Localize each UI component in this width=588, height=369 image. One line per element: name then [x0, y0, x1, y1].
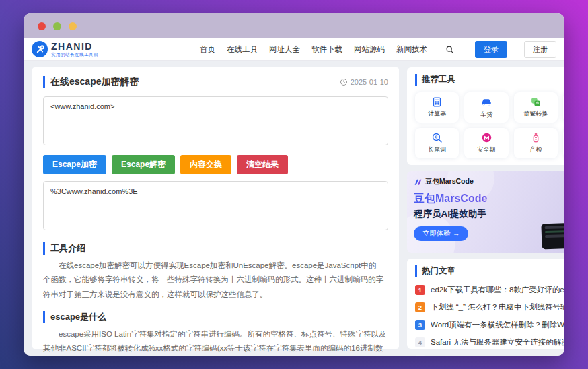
- article-item[interactable]: 1 ed2k下载工具有哪些：8款广受好评的ed2k下载...: [415, 281, 564, 298]
- window-titlebar: [24, 13, 564, 38]
- escape-input-textarea[interactable]: <www.zhanid.com>: [43, 96, 388, 145]
- rank-badge: 4: [415, 337, 425, 347]
- window-maximize-dot[interactable]: [69, 22, 77, 30]
- nav-links: 首页 在线工具 网址大全 软件下载 网站源码 新闻技术 登录 注册: [200, 41, 556, 58]
- tool-item-pseudo-original[interactable]: 伪原创: [563, 92, 564, 123]
- safe-period-icon: [481, 132, 492, 143]
- intro-paragraph: escape采用ISO Latin字符集对指定的字符串进行编码。所有的空格符、标…: [43, 327, 388, 356]
- register-button[interactable]: 注册: [524, 41, 556, 58]
- rank-badge: 2: [415, 302, 425, 312]
- brand-tagline: 实用的站长在线工具箱: [51, 53, 98, 57]
- marscode-logo-icon: [414, 178, 422, 187]
- car-icon: [480, 96, 492, 108]
- ad-headline: 豆包MarsCode: [414, 192, 564, 206]
- rank-badge: 3: [415, 320, 425, 330]
- tool-introduction: 工具介绍 在线escape加密解密可以方便得实现Escape加密和UnEscap…: [43, 242, 388, 356]
- tool-item-long-tail-keyword[interactable]: 长尾词: [415, 128, 459, 158]
- rank-badge: 1: [415, 285, 425, 295]
- article-item[interactable]: 5 微信文件传输助手文件存放位置详解(电脑+手机): [415, 351, 564, 356]
- nav-link-source-code[interactable]: 网站源码: [354, 44, 385, 55]
- marscode-ad-banner[interactable]: 豆包MarsCode 豆包MarsCode 程序员AI提效助手 立即体验 → M…: [407, 171, 564, 253]
- tool-item-prenatal-check[interactable]: 产检: [514, 128, 558, 158]
- ad-cta-button[interactable]: 立即体验 →: [414, 226, 468, 241]
- escape-output-textarea[interactable]: %3Cwww.zhanid.com%3E: [43, 181, 388, 230]
- tool-item-calculator[interactable]: 计算器: [415, 92, 459, 123]
- convert-icon: [530, 96, 542, 108]
- rank-badge: 5: [415, 355, 425, 356]
- site-navbar: ZHANID 实用的站长在线工具箱 首页 在线工具 网址大全 软件下载 网站源码…: [24, 38, 564, 61]
- nav-link-home[interactable]: 首页: [200, 44, 215, 55]
- keyword-search-icon: [431, 132, 443, 143]
- browser-window: ZHANID 实用的站长在线工具箱 首页 在线工具 网址大全 软件下载 网站源码…: [24, 13, 564, 356]
- nav-link-site-directory[interactable]: 网址大全: [269, 44, 300, 55]
- tool-item-simplified-traditional-convert[interactable]: 简繁转换: [514, 92, 558, 123]
- baby-bottle-icon: [530, 132, 542, 143]
- tool-item-ip-lookup[interactable]: IP ip查询: [563, 128, 564, 158]
- publish-date: 2025-01-10: [340, 78, 388, 86]
- swap-content-button[interactable]: 内容交换: [180, 155, 231, 174]
- what-is-escape-heading: escape是什么: [43, 311, 388, 323]
- article-item[interactable]: 4 Safari 无法与服务器建立安全连接的解决方法: [415, 333, 564, 351]
- escape-decode-button[interactable]: Escape解密: [112, 155, 175, 174]
- recommended-tools-card: 推荐工具 计算器: [407, 67, 564, 165]
- article-item[interactable]: 3 Word顶端有一条横线怎样删除？删除Word顶部横...: [415, 316, 564, 333]
- marscode-code-window-mockup: [541, 222, 564, 250]
- clock-icon: [340, 78, 348, 86]
- clear-result-button[interactable]: 清空结果: [237, 155, 288, 174]
- logo-wrench-icon: [32, 41, 48, 57]
- site-logo[interactable]: ZHANID 实用的站长在线工具箱: [32, 41, 98, 57]
- tool-item-safe-period[interactable]: 安全期: [464, 128, 508, 158]
- login-button[interactable]: 登录: [475, 41, 507, 58]
- nav-link-online-tools[interactable]: 在线工具: [227, 44, 258, 55]
- nav-link-news-tech[interactable]: 新闻技术: [396, 44, 427, 55]
- window-close-dot[interactable]: [38, 22, 46, 30]
- hot-articles-title: 热门文章: [415, 265, 455, 277]
- calculator-icon: [431, 96, 443, 108]
- article-item[interactable]: 2 下划线 “_” 怎么打？电脑中下划线符号输入方法...: [415, 298, 564, 316]
- escape-encode-button[interactable]: Escape加密: [43, 155, 106, 174]
- nav-link-software-download[interactable]: 软件下载: [311, 44, 342, 55]
- ad-subline: 程序员AI提效助手: [414, 208, 564, 220]
- window-minimize-dot[interactable]: [53, 22, 61, 30]
- brand-name: ZHANID: [51, 42, 98, 51]
- hot-articles-card: 热门文章 1 ed2k下载工具有哪些：8款广受好评的ed2k下载... 2 下划…: [407, 259, 564, 349]
- tools-grid: 计算器 车贷: [415, 92, 564, 158]
- page-content: 在线escape加密解密 2025-01-10 <www.zhanid.com>…: [24, 61, 564, 356]
- sidebar: 推荐工具 计算器: [407, 67, 564, 349]
- action-buttons: Escape加密 Escape解密 内容交换 清空结果: [43, 155, 388, 174]
- intro-heading: 工具介绍: [43, 242, 388, 255]
- search-icon[interactable]: [445, 45, 454, 54]
- escape-tool-card: 在线escape加密解密 2025-01-10 <www.zhanid.com>…: [32, 67, 399, 349]
- ad-brand-name: 豆包MarsCode: [425, 177, 474, 187]
- page-title: 在线escape加密解密: [43, 76, 139, 88]
- tool-item-car-loan[interactable]: 车贷: [464, 92, 508, 123]
- intro-paragraph: 在线escape加密解密可以方便得实现Escape加密和UnEscape解密。e…: [43, 259, 388, 302]
- recommended-tools-title: 推荐工具: [415, 74, 455, 86]
